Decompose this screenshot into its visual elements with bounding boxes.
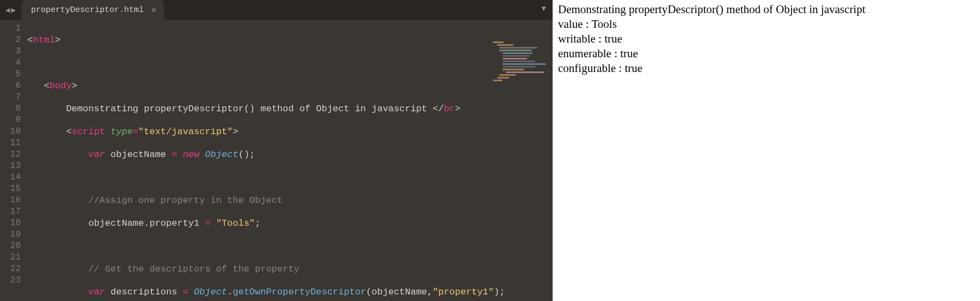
code-area[interactable]: 123 456 789 101112 131415 161718 192021 … — [0, 20, 553, 301]
minimap[interactable] — [493, 41, 553, 91]
editor-pane: ◀ ▶ propertyDescriptor.html ✕ ▼ 123 456 … — [0, 0, 553, 301]
nav-forward-icon[interactable]: ▶ — [11, 5, 15, 15]
line-gutter: 123 456 789 101112 131415 161718 192021 … — [0, 23, 27, 301]
tab-bar: ◀ ▶ propertyDescriptor.html ✕ ▼ — [0, 0, 553, 20]
code-content[interactable]: <html> <body> Demonstrating propertyDesc… — [27, 23, 553, 301]
output-pane: Demonstrating propertyDescriptor() metho… — [553, 0, 980, 301]
tab-active[interactable]: propertyDescriptor.html ✕ — [21, 0, 164, 20]
close-icon[interactable]: ✕ — [151, 5, 156, 15]
tab-title: propertyDescriptor.html — [31, 5, 144, 15]
tab-dropdown-icon[interactable]: ▼ — [542, 4, 546, 13]
nav-back-icon[interactable]: ◀ — [5, 5, 10, 15]
tab-nav: ◀ ▶ — [0, 5, 21, 15]
output-line: value : Tools — [558, 17, 975, 32]
output-line: Demonstrating propertyDescriptor() metho… — [558, 2, 975, 17]
output-line: writable : true — [558, 32, 975, 46]
output-line: configurable : true — [558, 61, 975, 76]
output-line: enumerable : true — [558, 46, 975, 61]
